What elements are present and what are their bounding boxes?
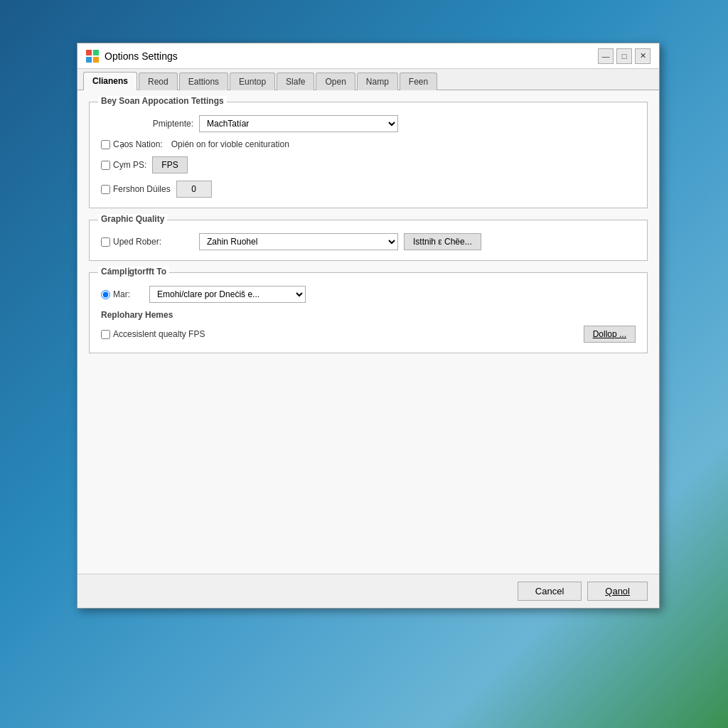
title-bar: Options Settings — □ ✕	[77, 43, 659, 69]
campligtorfft-label: Cámplịgtorfft To	[98, 267, 169, 277]
uped-rober-checkbox-label[interactable]: Uped Rober:	[101, 237, 193, 247]
tab-clianens[interactable]: Clianens	[83, 72, 137, 90]
svg-rect-1	[93, 50, 99, 55]
title-bar-left: Options Settings	[86, 50, 178, 63]
tab-feen[interactable]: Feen	[400, 73, 437, 90]
minimize-button[interactable]: —	[598, 48, 614, 64]
uped-rober-row: Uped Rober: Zahin Ruohel Isttnih ε Chëe.…	[101, 233, 636, 250]
options-dialog: Options Settings — □ ✕ Clianens Reod Eat…	[77, 43, 660, 609]
accesislent-row: Accesislent quealty FPS Dollop ...	[101, 326, 636, 343]
application-settings-group: Bey Soan Appocation Tettings Pmiptente: …	[89, 102, 648, 208]
ok-button-label: Qanol	[605, 586, 630, 596]
tab-euntop[interactable]: Euntop	[230, 73, 275, 90]
fershon-duiles-checkbox-label[interactable]: Fershon Dúiles	[101, 184, 171, 194]
mar-radio[interactable]	[101, 290, 110, 299]
isttnih-button[interactable]: Isttnih ε Chëe...	[404, 233, 481, 250]
graphic-quality-label: Graphic Quality	[98, 214, 167, 224]
accesislent-checkbox-label[interactable]: Accesislent quealty FPS	[101, 329, 578, 339]
title-controls: — □ ✕	[598, 48, 651, 64]
cym-ps-label-text: Cym PS:	[113, 160, 146, 170]
caos-nation-description: Opién on for vioble cenituration	[171, 139, 289, 149]
dialog-footer: Cancel Qanol	[77, 574, 659, 608]
fershon-duiles-row: Fershon Dúiles 0	[101, 181, 636, 198]
pmiptente-label: Pmiptente:	[101, 119, 193, 129]
app-icon	[86, 50, 99, 63]
uped-rober-checkbox[interactable]	[101, 237, 110, 247]
caos-nation-label-text: Cạos Nation:	[113, 139, 163, 149]
uped-rober-dropdown[interactable]: Zahin Ruohel	[199, 233, 398, 250]
svg-rect-0	[86, 50, 92, 55]
pmiptente-row: Pmiptente: MachTatíar	[101, 115, 636, 132]
accesislent-checkbox[interactable]	[101, 330, 110, 339]
graphic-quality-group: Graphic Quality Uped Rober: Zahin Ruohel…	[89, 220, 648, 261]
cym-ps-checkbox-label[interactable]: Cym PS:	[101, 160, 146, 170]
fershon-duiles-label-text: Fershon Dúiles	[113, 184, 171, 194]
close-button[interactable]: ✕	[635, 48, 651, 64]
cancel-button[interactable]: Cancel	[518, 582, 582, 601]
tab-reod[interactable]: Reod	[139, 73, 178, 90]
application-settings-label: Bey Soan Appocation Tettings	[98, 96, 227, 106]
fershon-duiles-checkbox[interactable]	[101, 185, 110, 194]
cym-ps-button[interactable]: FPS	[152, 156, 187, 173]
caos-nation-checkbox[interactable]	[101, 140, 110, 149]
mar-label-text: Mar:	[113, 289, 130, 299]
content-area: Bey Soan Appocation Tettings Pmiptente: …	[77, 90, 659, 574]
application-settings-content: Pmiptente: MachTatíar Cạos Nation: Opién…	[101, 115, 636, 198]
caos-nation-checkbox-label[interactable]: Cạos Nation:	[101, 139, 163, 149]
svg-rect-3	[93, 57, 99, 63]
uped-rober-label-text: Uped Rober:	[113, 237, 161, 247]
tab-open[interactable]: Open	[316, 73, 355, 90]
dollop-button[interactable]: Dollop ...	[584, 326, 636, 343]
fershon-duiles-value: 0	[176, 181, 212, 198]
campligtorfft-group: Cámplịgtorfft To Mar: Emohi/clare por Dn…	[89, 272, 648, 353]
mar-row: Mar: Emohi/clare por Dneċiš e...	[101, 286, 636, 303]
campligtorfft-content: Mar: Emohi/clare por Dneċiš e... Reploha…	[101, 286, 636, 343]
caos-nation-row: Cạos Nation: Opién on for vioble cenitur…	[101, 139, 636, 149]
replohary-hemes-section-label: Replohary Hemes	[101, 310, 636, 320]
cym-ps-row: Cym PS: FPS	[101, 156, 636, 173]
pmiptente-dropdown[interactable]: MachTatíar	[199, 115, 398, 132]
graphic-quality-content: Uped Rober: Zahin Ruohel Isttnih ε Chëe.…	[101, 233, 636, 250]
tab-eattions[interactable]: Eattions	[179, 73, 228, 90]
dollop-button-label: Dollop ...	[593, 329, 626, 339]
dialog-title: Options Settings	[105, 50, 178, 62]
mar-radio-label[interactable]: Mar:	[101, 289, 144, 299]
tab-slafe[interactable]: Slafe	[277, 73, 314, 90]
tab-namp[interactable]: Namp	[357, 73, 398, 90]
mar-dropdown[interactable]: Emohi/clare por Dneċiš e...	[149, 286, 306, 303]
accesislent-label-text: Accesislent quealty FPS	[113, 329, 205, 339]
maximize-button[interactable]: □	[616, 48, 632, 64]
cym-ps-checkbox[interactable]	[101, 161, 110, 170]
ok-button[interactable]: Qanol	[587, 582, 648, 601]
tabs-row: Clianens Reod Eattions Euntop Slafe Open…	[77, 69, 659, 90]
svg-rect-2	[86, 57, 92, 63]
